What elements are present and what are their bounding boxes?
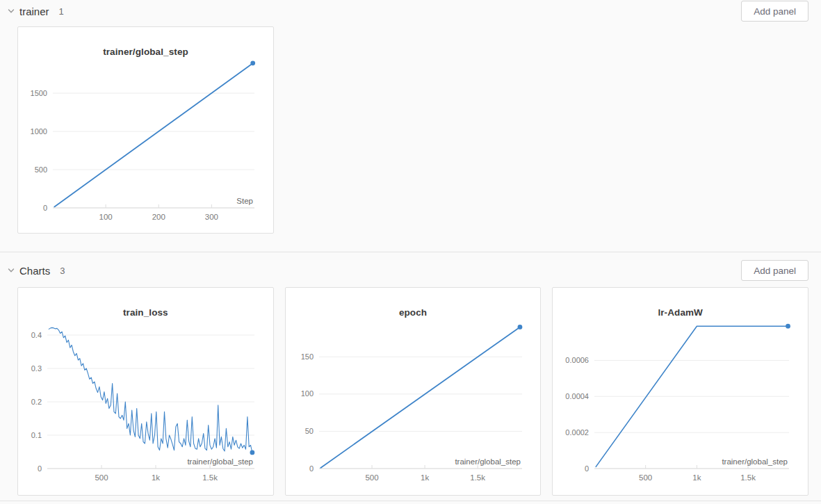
chart-panel-epoch[interactable]: epoch 0501001505001k1.5ktrainer/global_s… — [285, 287, 542, 496]
section-charts: Charts 3 Add panel train_loss 00.10.20.3… — [0, 252, 821, 501]
y-tick-label: 0.1 — [31, 431, 42, 439]
y-tick-label: 50 — [304, 427, 313, 435]
section-panel-count: 3 — [60, 266, 65, 276]
chart-line — [54, 63, 252, 207]
y-tick-label: 0.2 — [31, 398, 42, 406]
chart-endpoint-dot — [786, 324, 790, 329]
y-tick-label: 0.0002 — [566, 428, 590, 437]
x-tick-label: 500 — [95, 473, 108, 482]
chart-canvas-train-loss: 00.10.20.30.45001k1.5ktrainer/global_ste… — [18, 316, 273, 486]
x-tick-label: 500 — [639, 473, 652, 482]
x-tick-label: 500 — [365, 473, 378, 482]
chart-line — [49, 327, 252, 453]
panels-row-charts: train_loss 00.10.20.30.45001k1.5ktrainer… — [17, 287, 808, 496]
x-tick-label: 1.5k — [202, 473, 218, 482]
x-axis-label: trainer/global_step — [455, 457, 521, 466]
section-divider — [0, 501, 821, 501]
section-header-charts: Charts 3 Add panel — [0, 259, 821, 282]
panels-row-trainer: trainer/global_step 05001000150010020030… — [17, 26, 808, 234]
x-tick-label: 200 — [152, 213, 165, 221]
x-tick-label: 300 — [205, 213, 218, 221]
x-tick-label: 100 — [99, 213, 113, 221]
y-tick-label: 1000 — [31, 127, 47, 136]
x-axis-label: Step — [236, 197, 253, 205]
x-tick-label: 1k — [693, 473, 701, 482]
y-tick-label: 100 — [300, 389, 313, 398]
y-tick-label: 0.0004 — [566, 392, 590, 400]
chart-panel-train-loss[interactable]: train_loss 00.10.20.30.45001k1.5ktrainer… — [17, 287, 274, 496]
chart-endpoint-dot — [517, 325, 522, 330]
y-tick-label: 1500 — [31, 89, 47, 97]
x-tick-label: 1k — [152, 473, 160, 482]
y-tick-label: 0 — [43, 204, 47, 212]
x-tick-label: 1.5k — [741, 473, 756, 482]
add-panel-button[interactable]: Add panel — [741, 260, 808, 281]
chart-panel-global-step[interactable]: trainer/global_step 05001000150010020030… — [17, 26, 274, 234]
y-tick-label: 0.0006 — [566, 356, 590, 364]
section-trainer: trainer 1 Add panel trainer/global_step … — [0, 0, 821, 234]
section-header-trainer: trainer 1 Add panel — [0, 0, 821, 22]
y-tick-label: 150 — [300, 352, 313, 361]
chart-canvas-lr-adamw: 00.00020.00040.00065001k1.5ktrainer/glob… — [553, 316, 808, 486]
x-axis-label: trainer/global_step — [187, 457, 253, 466]
chart-endpoint-dot — [250, 60, 255, 65]
y-tick-label: 0.4 — [31, 331, 42, 339]
x-axis-label: trainer/global_step — [722, 457, 788, 466]
chart-canvas-global-step: 050010001500100200300Step — [18, 55, 273, 225]
chevron-down-icon[interactable] — [6, 265, 17, 276]
y-tick-label: 0 — [38, 464, 42, 473]
section-panel-count: 1 — [59, 6, 64, 17]
x-tick-label: 1k — [421, 473, 429, 482]
y-tick-label: 0 — [585, 464, 589, 473]
chart-line — [320, 327, 520, 468]
y-tick-label: 0 — [309, 464, 314, 473]
chart-endpoint-dot — [250, 450, 254, 455]
y-tick-label: 500 — [35, 165, 47, 174]
y-tick-label: 0.3 — [31, 364, 42, 373]
section-title[interactable]: trainer — [19, 6, 49, 17]
x-tick-label: 1.5k — [470, 473, 485, 482]
chevron-down-icon[interactable] — [6, 6, 17, 17]
chart-panel-lr-adamw[interactable]: lr-AdamW 00.00020.00040.00065001k1.5ktra… — [552, 287, 808, 496]
section-title[interactable]: Charts — [19, 265, 50, 277]
add-panel-button[interactable]: Add panel — [741, 1, 808, 22]
chart-canvas-epoch: 0501001505001k1.5ktrainer/global_step — [286, 316, 541, 486]
